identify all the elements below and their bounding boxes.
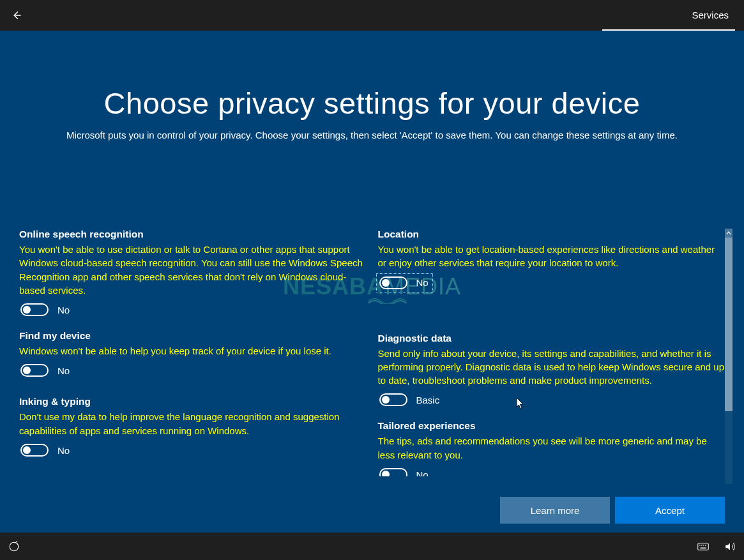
- setting-title: Inking & typing: [19, 396, 367, 407]
- setting-find-my-device: Find my device Windows won't be able to …: [19, 330, 367, 379]
- accept-button[interactable]: Accept: [615, 497, 725, 524]
- svg-rect-3: [701, 545, 702, 546]
- svg-rect-2: [699, 545, 701, 546]
- scrollbar[interactable]: [725, 229, 733, 484]
- setting-title: Tailored experiences: [378, 420, 725, 432]
- svg-rect-6: [701, 547, 706, 549]
- toggle-state-label: No: [57, 445, 70, 456]
- chevron-up-icon: [726, 231, 731, 236]
- setting-inking-typing: Inking & typing Don't use my data to hel…: [19, 396, 367, 459]
- setting-title: Find my device: [19, 330, 367, 342]
- scrollbar-up-arrow[interactable]: [725, 229, 733, 238]
- toggle-state-label: No: [57, 365, 70, 376]
- accept-label: Accept: [655, 505, 685, 516]
- toggle-row: No: [378, 467, 431, 476]
- toggle-row-focused: No: [378, 275, 431, 291]
- accessibility-icon: [8, 541, 20, 552]
- footer-buttons: Learn more Accept: [500, 497, 725, 524]
- scrollbar-track[interactable]: [725, 238, 733, 484]
- tab-services[interactable]: Services: [692, 0, 729, 29]
- arrow-left-icon: [11, 10, 22, 21]
- back-button[interactable]: [5, 4, 28, 27]
- setting-title: Location: [378, 229, 725, 240]
- settings-area: Online speech recognition You won't be a…: [19, 229, 725, 476]
- setting-description: The tips, ads and recommendations you se…: [378, 434, 725, 462]
- setting-description: Send only info about your device, its se…: [378, 347, 725, 388]
- toggle-inking-typing[interactable]: [20, 444, 49, 457]
- toggle-tailored-experiences[interactable]: [379, 468, 407, 476]
- toggle-location[interactable]: [379, 276, 407, 289]
- toggle-state-label: No: [416, 277, 429, 288]
- toggle-row: No: [19, 443, 72, 458]
- setting-description: You won't be able to use dictation or ta…: [19, 243, 367, 297]
- setting-tailored-experiences: Tailored experiences The tips, ads and r…: [378, 420, 725, 476]
- settings-column-right: Location You won't be able to get locati…: [378, 229, 725, 476]
- setting-online-speech: Online speech recognition You won't be a…: [19, 229, 367, 319]
- main-content: Choose privacy settings for your device …: [0, 31, 744, 533]
- setting-title: Online speech recognition: [19, 229, 367, 240]
- setting-title: Diagnostic data: [378, 333, 725, 344]
- svg-rect-5: [705, 545, 706, 546]
- volume-button[interactable]: [724, 540, 736, 553]
- scrollbar-thumb[interactable]: [725, 238, 733, 411]
- toggle-find-my-device[interactable]: [20, 364, 49, 377]
- tab-services-label: Services: [692, 10, 729, 20]
- volume-icon: [724, 541, 736, 552]
- page-title: Choose privacy settings for your device: [0, 86, 744, 121]
- setting-diagnostic-data: Diagnostic data Send only info about you…: [378, 333, 725, 409]
- toggle-state-label: Basic: [416, 395, 440, 405]
- toggle-row: No: [19, 302, 72, 317]
- top-bar: Services: [0, 0, 744, 31]
- setting-description: You won't be able to get location-based …: [378, 243, 725, 270]
- toggle-state-label: No: [416, 469, 429, 476]
- toggle-row: Basic: [378, 392, 443, 407]
- svg-rect-1: [698, 543, 709, 550]
- system-bar: [0, 533, 744, 560]
- toggle-diagnostic-data[interactable]: [379, 393, 407, 406]
- setting-location: Location You won't be able to get locati…: [378, 229, 725, 292]
- setting-description: Don't use my data to help improve the la…: [19, 410, 367, 437]
- learn-more-label: Learn more: [531, 505, 580, 516]
- ease-of-access-button[interactable]: [8, 540, 20, 553]
- settings-column-left: Online speech recognition You won't be a…: [19, 229, 367, 476]
- keyboard-icon: [697, 541, 709, 552]
- toggle-state-label: No: [57, 305, 70, 315]
- setting-description: Windows won't be able to help you keep t…: [19, 344, 367, 358]
- keyboard-button[interactable]: [697, 540, 710, 553]
- svg-rect-4: [703, 545, 704, 546]
- learn-more-button[interactable]: Learn more: [500, 497, 610, 524]
- page-subtitle: Microsoft puts you in control of your pr…: [59, 128, 685, 142]
- toggle-row: No: [19, 363, 72, 378]
- toggle-online-speech[interactable]: [20, 303, 49, 316]
